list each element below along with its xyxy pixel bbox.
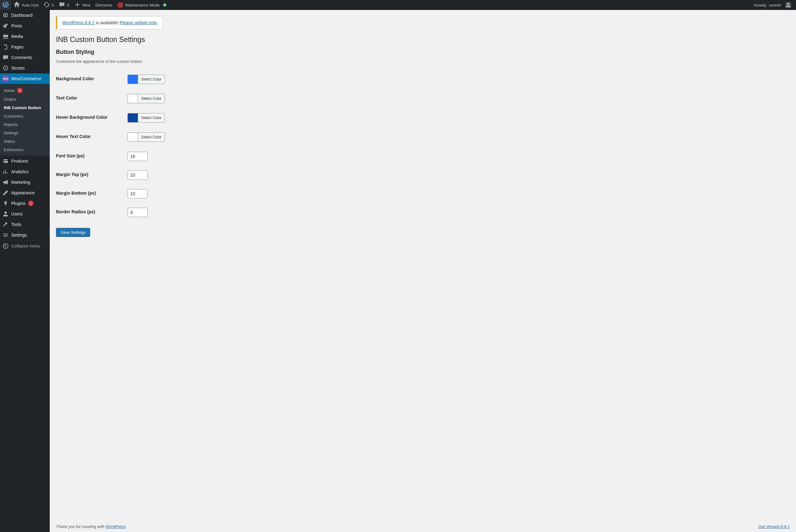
menu-collapse[interactable]: Collapse menu xyxy=(0,240,50,251)
font-size-input[interactable] xyxy=(128,152,148,161)
menu-stories[interactable]: Stories xyxy=(0,63,50,73)
collapse-icon xyxy=(2,243,9,249)
menu-label: Stories xyxy=(11,65,25,71)
select-color-button[interactable]: Select Color xyxy=(138,113,165,122)
my-account-menu[interactable]: Howdy, suresh xyxy=(752,0,794,10)
menu-marketing[interactable]: Marketing xyxy=(0,177,50,188)
menu-pages[interactable]: Pages xyxy=(0,42,50,52)
color-swatch xyxy=(128,94,138,103)
field-label: Background Color xyxy=(56,70,125,89)
submenu-label: Status xyxy=(4,139,15,144)
woocommerce-submenu: Home 6 Orders INB Custom Button Customer… xyxy=(0,84,50,156)
menu-users[interactable]: Users xyxy=(0,209,50,219)
row-text-color: Text Color Select Color xyxy=(56,89,367,109)
submenu-label: Extensions xyxy=(4,147,24,152)
menu-plugins[interactable]: Plugins 1 xyxy=(0,198,50,209)
save-settings-button[interactable]: Save Settings xyxy=(56,228,90,237)
background-color-picker[interactable]: Select Color xyxy=(128,75,165,84)
menu-label: Media xyxy=(11,34,23,39)
section-title: Button Styling xyxy=(56,49,790,55)
field-label: Hover Background Color xyxy=(56,109,125,128)
analytics-icon xyxy=(2,169,9,175)
stories-icon xyxy=(2,65,9,71)
border-radius-input[interactable] xyxy=(128,208,148,217)
site-name-menu[interactable]: Auto Hub xyxy=(11,0,41,10)
elements-label: Elements xyxy=(95,3,112,7)
menu-label: Comments xyxy=(11,55,32,60)
select-color-button[interactable]: Select Color xyxy=(138,94,165,103)
color-swatch xyxy=(128,75,138,84)
row-border-radius: Border Radius (px) xyxy=(56,203,367,222)
wp-logo-menu[interactable] xyxy=(0,0,11,10)
footer-wordpress-link[interactable]: WordPress xyxy=(106,524,126,529)
menu-settings[interactable]: Settings xyxy=(0,230,50,240)
section-description: Customize the appearance of the custom b… xyxy=(56,59,790,64)
elements-menu[interactable]: Elements xyxy=(93,0,115,10)
main-content: WordPress 6.6.1 is available! Please upd… xyxy=(50,0,796,532)
menu-comments[interactable]: Comments xyxy=(0,52,50,63)
maintenance-icon xyxy=(117,2,124,8)
field-label: Margin Top (px) xyxy=(56,166,125,184)
select-color-button[interactable]: Select Color xyxy=(138,133,165,141)
avatar xyxy=(785,2,791,8)
submenu-customers[interactable]: Customers xyxy=(0,112,50,120)
admin-menu: Dashboard Posts Media Pages Comments Sto… xyxy=(0,10,50,532)
admin-footer: Thank you for creating with WordPress. G… xyxy=(56,524,790,529)
submenu-label: Customers xyxy=(4,114,23,118)
submenu-extensions[interactable]: Extensions xyxy=(0,146,50,154)
comment-icon xyxy=(59,2,65,9)
submenu-home[interactable]: Home 6 xyxy=(0,86,50,95)
submenu-status[interactable]: Status xyxy=(0,137,50,146)
plus-icon xyxy=(74,2,80,9)
row-margin-bottom: Margin Bottom (px) xyxy=(56,184,367,203)
submenu-inb-custom-button[interactable]: INB Custom Button xyxy=(0,103,50,112)
menu-label: Tools xyxy=(11,222,21,227)
menu-products[interactable]: Products xyxy=(0,156,50,166)
submenu-orders[interactable]: Orders xyxy=(0,95,50,103)
svg-point-0 xyxy=(3,244,8,248)
wp-version-link[interactable]: WordPress 6.6.1 xyxy=(62,20,95,25)
new-content-menu[interactable]: New xyxy=(72,0,93,10)
margin-bottom-input[interactable] xyxy=(128,189,148,198)
home-badge: 6 xyxy=(17,88,23,93)
menu-analytics[interactable]: Analytics xyxy=(0,166,50,177)
update-now-link[interactable]: Please update now xyxy=(120,20,156,25)
hover-background-color-picker[interactable]: Select Color xyxy=(128,113,165,122)
wrench-icon xyxy=(2,221,9,228)
submenu-label: Home xyxy=(4,88,15,93)
updates-menu[interactable]: 5 xyxy=(41,0,56,10)
page-title: INB Custom Button Settings xyxy=(56,35,790,44)
row-background-color: Background Color Select Color xyxy=(56,70,367,89)
menu-label: Pages xyxy=(11,44,24,50)
text-color-picker[interactable]: Select Color xyxy=(128,94,165,103)
menu-woocommerce[interactable]: woo WooCommerce xyxy=(0,73,50,84)
field-label: Margin Bottom (px) xyxy=(56,184,125,203)
media-icon xyxy=(2,33,9,39)
menu-label: Collapse menu xyxy=(11,244,40,248)
menu-label: Products xyxy=(11,158,28,164)
notice-tail: . xyxy=(156,20,158,25)
menu-label: Analytics xyxy=(11,169,29,174)
menu-label: Settings xyxy=(11,232,27,238)
new-label: New xyxy=(82,3,91,7)
submenu-settings[interactable]: Settings xyxy=(0,129,50,137)
hover-text-color-picker[interactable]: Select Color xyxy=(128,132,165,142)
comments-menu[interactable]: 0 xyxy=(56,0,72,10)
home-icon xyxy=(14,2,20,9)
notice-middle: is available! xyxy=(95,20,120,25)
maintenance-mode-menu[interactable]: Maintenance Mode xyxy=(115,0,169,10)
submenu-label: Settings xyxy=(4,131,18,135)
margin-top-input[interactable] xyxy=(128,170,148,180)
pages-icon xyxy=(2,44,9,50)
row-font-size: Font Size (px) xyxy=(56,147,367,166)
menu-dashboard[interactable]: Dashboard xyxy=(0,10,50,20)
select-color-button[interactable]: Select Color xyxy=(138,75,165,84)
submenu-reports[interactable]: Reports xyxy=(0,120,50,129)
footer-get-version-link[interactable]: Get Version 6.6.1 xyxy=(759,524,790,529)
menu-media[interactable]: Media xyxy=(0,31,50,42)
menu-tools[interactable]: Tools xyxy=(0,219,50,230)
menu-posts[interactable]: Posts xyxy=(0,20,50,31)
row-hover-text-color: Hover Text Color Select Color xyxy=(56,128,367,147)
menu-appearance[interactable]: Appearance xyxy=(0,188,50,198)
plug-icon xyxy=(2,200,9,207)
